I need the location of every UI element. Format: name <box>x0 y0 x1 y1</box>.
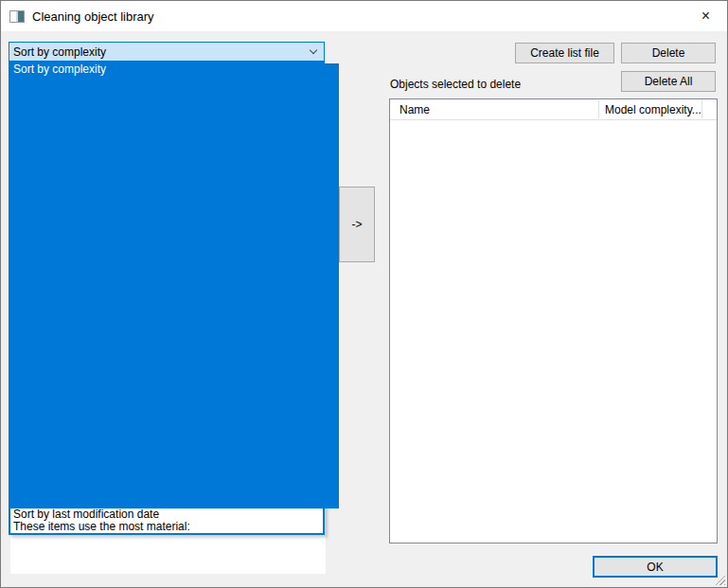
sort-combobox-value: Sort by complexity <box>9 45 106 59</box>
delete-all-button[interactable]: Delete All <box>621 71 716 92</box>
delete-button[interactable]: Delete <box>621 43 716 63</box>
selected-column-name[interactable]: Name <box>400 103 430 116</box>
create-list-file-button[interactable]: Create list file <box>515 43 614 63</box>
sort-option[interactable]: Sort by last modification date <box>10 508 323 521</box>
close-icon: × <box>701 9 710 24</box>
titlebar: Cleaning object library × <box>1 1 727 31</box>
sort-option[interactable]: Sort by complexity <box>10 63 339 508</box>
close-button[interactable]: × <box>684 1 727 31</box>
cleaning-object-library-dialog: Cleaning object library × Sort by comple… <box>0 0 728 588</box>
chevron-down-icon <box>310 46 317 54</box>
dialog-body: Sort by complexity Sort by complexitySor… <box>1 31 727 587</box>
move-to-delete-button[interactable]: -> <box>339 187 375 262</box>
objects-selected-label: Objects selected to delete <box>390 78 521 91</box>
column-divider[interactable] <box>701 100 702 118</box>
sort-combobox[interactable]: Sort by complexity <box>9 42 325 62</box>
ok-button[interactable]: OK <box>593 556 718 578</box>
sort-option[interactable]: These items use the most material: <box>10 521 323 533</box>
selected-list-header: Name Model complexity... <box>390 99 717 120</box>
window-title: Cleaning object library <box>32 9 154 24</box>
selected-list: Name Model complexity... <box>389 98 718 543</box>
column-divider[interactable] <box>598 100 599 118</box>
app-icon <box>9 10 25 23</box>
selected-column-complexity[interactable]: Model complexity... <box>605 103 701 116</box>
sort-dropdown-list: Sort by complexitySort by last modificat… <box>9 62 325 535</box>
